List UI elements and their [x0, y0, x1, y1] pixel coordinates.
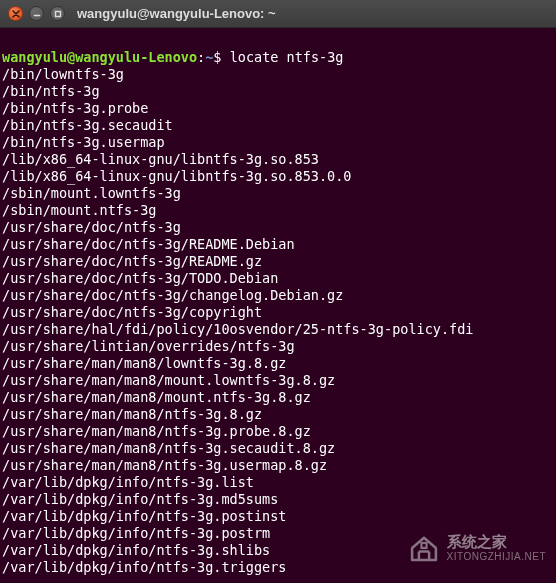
- minimize-icon[interactable]: [29, 6, 44, 21]
- output-line: /usr/share/doc/ntfs-3g/copyright: [2, 304, 550, 321]
- prompt-symbol: $: [213, 49, 221, 65]
- output-line: /bin/lowntfs-3g: [2, 66, 550, 83]
- terminal-area[interactable]: wangyulu@wangyulu-Lenovo:~$ locate ntfs-…: [0, 28, 556, 578]
- output-line: /usr/share/man/man8/mount.lowntfs-3g.8.g…: [2, 372, 550, 389]
- output-line: /usr/share/doc/ntfs-3g/changelog.Debian.…: [2, 287, 550, 304]
- output-line: /usr/share/man/man8/ntfs-3g.usermap.8.gz: [2, 457, 550, 474]
- output-line: /usr/share/man/man8/mount.ntfs-3g.8.gz: [2, 389, 550, 406]
- command-text: locate ntfs-3g: [230, 49, 344, 65]
- prompt-separator: :: [197, 49, 205, 65]
- output-line: /usr/share/doc/ntfs-3g/TODO.Debian: [2, 270, 550, 287]
- maximize-icon[interactable]: [50, 6, 65, 21]
- output-line: /var/lib/dpkg/info/ntfs-3g.postrm: [2, 525, 550, 542]
- prompt-line: wangyulu@wangyulu-Lenovo:~$ locate ntfs-…: [2, 49, 343, 65]
- output-line: /usr/share/doc/ntfs-3g: [2, 219, 550, 236]
- output-line: /sbin/mount.ntfs-3g: [2, 202, 550, 219]
- output-line: /sbin/mount.lowntfs-3g: [2, 185, 550, 202]
- output-line: /var/lib/dpkg/info/ntfs-3g.md5sums: [2, 491, 550, 508]
- close-icon[interactable]: [8, 6, 23, 21]
- output-line: /lib/x86_64-linux-gnu/libntfs-3g.so.853.…: [2, 168, 550, 185]
- output-line: /var/lib/dpkg/info/ntfs-3g.shlibs: [2, 542, 550, 559]
- output-line: /var/lib/dpkg/info/ntfs-3g.postinst: [2, 508, 550, 525]
- output-line: /bin/ntfs-3g.usermap: [2, 134, 550, 151]
- output-line: /usr/share/hal/fdi/policy/10osvendor/25-…: [2, 321, 550, 338]
- output-line: /usr/share/man/man8/ntfs-3g.secaudit.8.g…: [2, 440, 550, 457]
- output-line: /usr/share/man/man8/lowntfs-3g.8.gz: [2, 355, 550, 372]
- prompt-user-host: wangyulu@wangyulu-Lenovo: [2, 49, 197, 65]
- window-title: wangyulu@wangyulu-Lenovo: ~: [77, 6, 276, 21]
- titlebar: wangyulu@wangyulu-Lenovo: ~: [0, 0, 556, 28]
- output-line: /var/lib/dpkg/info/ntfs-3g.triggers: [2, 559, 550, 576]
- output-line: /lib/x86_64-linux-gnu/libntfs-3g.so.853: [2, 151, 550, 168]
- output-line: /usr/share/doc/ntfs-3g/README.Debian: [2, 236, 550, 253]
- output-line: /usr/share/man/man8/ntfs-3g.8.gz: [2, 406, 550, 423]
- output-line: /usr/share/lintian/overrides/ntfs-3g: [2, 338, 550, 355]
- svg-rect-0: [55, 11, 60, 16]
- output-line: /bin/ntfs-3g.secaudit: [2, 117, 550, 134]
- output-line: /bin/ntfs-3g: [2, 83, 550, 100]
- window-controls: [8, 6, 65, 21]
- output-line: /usr/share/doc/ntfs-3g/README.gz: [2, 253, 550, 270]
- output-line: /usr/share/man/man8/ntfs-3g.probe.8.gz: [2, 423, 550, 440]
- output-line: /bin/ntfs-3g.probe: [2, 100, 550, 117]
- output-line: /var/lib/dpkg/info/ntfs-3g.list: [2, 474, 550, 491]
